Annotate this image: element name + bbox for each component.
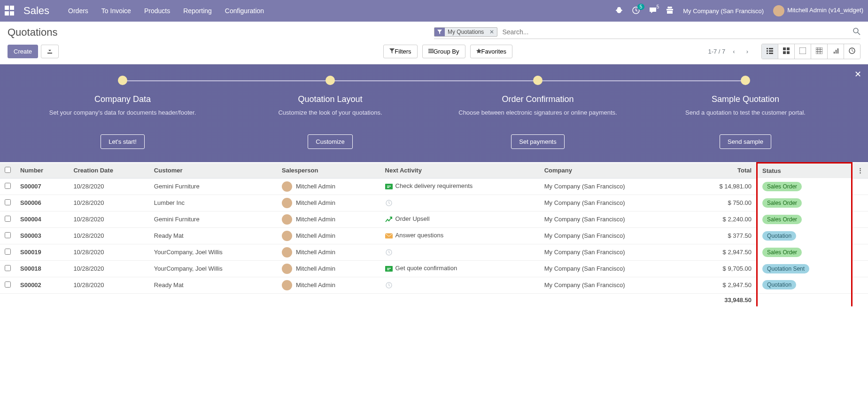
search-input[interactable]: [500, 26, 853, 38]
pager-value[interactable]: 1-7 / 7: [708, 48, 725, 55]
company-data-button[interactable]: Let's start!: [101, 134, 145, 149]
table-row[interactable]: S00006 10/28/2020 Lumber Inc Mitchell Ad…: [0, 195, 868, 211]
favorites-button[interactable]: Favorites: [470, 45, 512, 58]
cell-total: $ 9,705.00: [688, 260, 757, 277]
cell-total: $ 2,947.50: [688, 277, 757, 293]
table-row[interactable]: S00007 10/28/2020 Gemini Furniture Mitch…: [0, 178, 868, 195]
row-checkbox[interactable]: [5, 249, 11, 255]
set-payments-button[interactable]: Set payments: [511, 134, 565, 149]
download-button[interactable]: [41, 45, 59, 58]
cell-status: Quotation Sent: [757, 260, 852, 277]
onboarding-step: Quotation Layout Customize the look of y…: [226, 76, 434, 149]
avatar-icon: [282, 198, 292, 208]
onboarding-banner: ✕ Company Data Set your company's data f…: [0, 64, 868, 162]
create-button[interactable]: Create: [8, 45, 38, 58]
th-activity[interactable]: Next Activity: [380, 163, 540, 179]
apps-icon[interactable]: [5, 6, 15, 16]
avatar-icon: [282, 280, 292, 290]
menu-products[interactable]: Products: [144, 7, 170, 15]
search-icon[interactable]: [853, 28, 860, 37]
view-kanban-icon[interactable]: [778, 44, 794, 59]
view-activity-icon[interactable]: [844, 44, 860, 59]
customize-button[interactable]: Customize: [308, 134, 352, 149]
cell-activity[interactable]: [380, 195, 540, 211]
cell-activity[interactable]: Answer questions: [380, 227, 540, 244]
th-total[interactable]: Total: [688, 163, 757, 179]
svg-rect-8: [385, 184, 393, 189]
menu-to-invoice[interactable]: To Invoice: [101, 7, 131, 15]
table-row[interactable]: S00002 10/28/2020 Ready Mat Mitchell Adm…: [0, 277, 868, 293]
groupby-button[interactable]: Group By: [422, 45, 465, 58]
table-row[interactable]: S00018 10/28/2020 YourCompany, Joel Will…: [0, 260, 868, 277]
clock-icon[interactable]: 5: [632, 7, 640, 16]
status-badge: Sales Order: [762, 248, 802, 257]
th-salesperson[interactable]: Salesperson: [277, 163, 380, 179]
row-checkbox[interactable]: [5, 265, 11, 271]
row-checkbox[interactable]: [5, 199, 11, 205]
status-badge: Quotation: [762, 280, 796, 289]
cell-number: S00018: [16, 260, 69, 277]
cell-activity[interactable]: [380, 244, 540, 260]
cell-total: $ 2,947.50: [688, 244, 757, 260]
th-number[interactable]: Number: [16, 163, 69, 179]
step-dot-icon: [741, 76, 750, 85]
cell-company: My Company (San Francisco): [540, 260, 688, 277]
cell-activity[interactable]: Order Upsell: [380, 211, 540, 227]
search-bar[interactable]: My Quotations ✕: [434, 25, 860, 39]
menu-orders[interactable]: Orders: [68, 7, 88, 15]
cell-customer: Lumber Inc: [149, 195, 277, 211]
bug-icon[interactable]: [615, 7, 623, 16]
svg-point-1: [853, 28, 858, 33]
chat-badge: 5: [654, 4, 662, 10]
cell-customer: Gemini Furniture: [149, 178, 277, 195]
view-calendar-icon[interactable]: [794, 44, 811, 59]
status-badge: Sales Order: [762, 182, 802, 191]
cell-activity[interactable]: [380, 277, 540, 293]
facet-remove-icon[interactable]: ✕: [487, 29, 497, 35]
th-company[interactable]: Company: [540, 163, 688, 179]
view-list-icon[interactable]: [762, 44, 778, 59]
table-row[interactable]: S00004 10/28/2020 Gemini Furniture Mitch…: [0, 211, 868, 227]
cell-number: S00003: [16, 227, 69, 244]
table-row[interactable]: S00019 10/28/2020 YourCompany, Joel Will…: [0, 244, 868, 260]
footer-total: 33,948.50: [688, 293, 757, 306]
user-avatar-icon: [773, 5, 784, 16]
svg-rect-3: [787, 47, 790, 50]
optional-columns-icon[interactable]: ⋮: [852, 163, 868, 179]
th-status[interactable]: Status: [757, 163, 852, 179]
main-menu: Orders To Invoice Products Reporting Con…: [68, 7, 264, 15]
banner-close-icon[interactable]: ✕: [854, 69, 861, 79]
row-checkbox[interactable]: [5, 216, 11, 222]
user-menu[interactable]: Mitchell Admin (v14_widget): [773, 5, 863, 16]
pager-prev-icon[interactable]: ‹: [729, 46, 738, 57]
avatar-icon: [282, 231, 292, 241]
app-brand[interactable]: Sales: [23, 5, 49, 17]
cell-status: Quotation: [757, 277, 852, 293]
send-sample-button[interactable]: Send sample: [720, 134, 771, 149]
gift-icon[interactable]: [666, 7, 674, 16]
table-row[interactable]: S00003 10/28/2020 Ready Mat Mitchell Adm…: [0, 227, 868, 244]
row-checkbox[interactable]: [5, 183, 11, 189]
cell-date: 10/28/2020: [69, 211, 149, 227]
filters-button[interactable]: Filters: [383, 45, 417, 58]
cell-company: My Company (San Francisco): [540, 178, 688, 195]
menu-configuration[interactable]: Configuration: [225, 7, 264, 15]
select-all-checkbox[interactable]: [5, 167, 11, 173]
row-checkbox[interactable]: [5, 281, 11, 288]
th-customer[interactable]: Customer: [149, 163, 277, 179]
view-pivot-icon[interactable]: [811, 44, 827, 59]
view-graph-icon[interactable]: [827, 44, 844, 59]
cell-activity[interactable]: Get quote confirmation: [380, 260, 540, 277]
step-dot-icon: [326, 76, 335, 85]
menu-reporting[interactable]: Reporting: [183, 7, 212, 15]
pager-next-icon[interactable]: ›: [743, 46, 752, 57]
company-switcher[interactable]: My Company (San Francisco): [683, 8, 764, 15]
cell-status: Sales Order: [757, 244, 852, 260]
cell-activity[interactable]: Check delivery requirements: [380, 178, 540, 195]
cell-date: 10/28/2020: [69, 244, 149, 260]
page-title: Quotations: [8, 26, 434, 39]
th-date[interactable]: Creation Date: [69, 163, 149, 179]
chat-icon[interactable]: 5: [649, 7, 657, 16]
cell-salesperson: Mitchell Admin: [277, 195, 380, 211]
row-checkbox[interactable]: [5, 232, 11, 238]
